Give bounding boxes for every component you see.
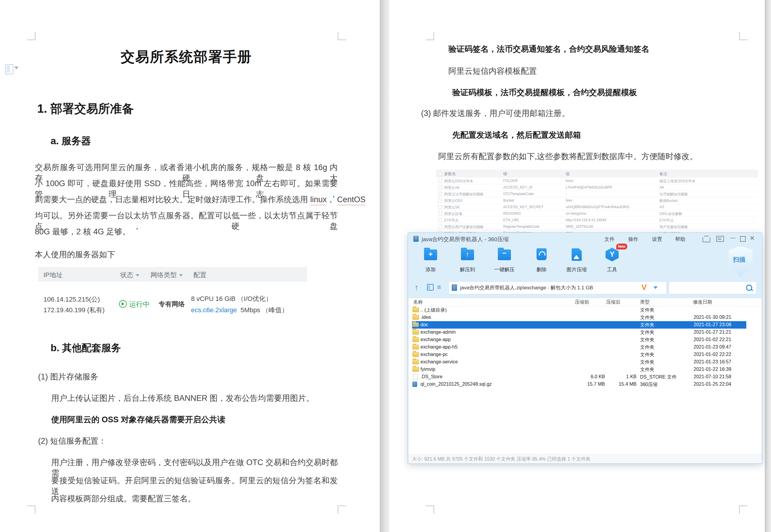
menu-action[interactable]: 操作 [628, 236, 638, 243]
param-key: FOLDER [503, 179, 518, 183]
file-row[interactable]: exchange-service文件夹2021-01-23 16:57 [409, 358, 761, 366]
list-item: (3) 邮件发送服务，用户可使用邮箱注册。 [421, 108, 570, 119]
address-dropdown-icon[interactable] [654, 286, 658, 289]
server-col-ip: IP地址 [43, 271, 63, 280]
list-item: (1) 图片存储服务 [38, 371, 98, 382]
address-text: java合约交易所带机器人.zip\exchange - 解包大小为 1.1 G… [460, 284, 593, 291]
address-bar[interactable]: java合约交易所带机器人.zip\exchange - 解包大小为 1.1 G… [449, 281, 667, 294]
checkbox[interactable] [438, 225, 442, 229]
param-key: ACCESS_KEY_SECRET [503, 205, 543, 209]
param-row[interactable]: ETH节点ETH_URLhttp://154.218.6.51:18545ETH… [436, 217, 758, 224]
menu-file[interactable]: 文件 [604, 236, 615, 243]
param-key: Bucket [503, 198, 514, 203]
param-col-value: 值 [566, 171, 570, 177]
instance-type-link[interactable]: ecs.c6e.2xlarge [191, 306, 237, 314]
close-button[interactable]: ✕ [750, 235, 755, 242]
file-type: 文件夹 [640, 337, 654, 343]
crop-mark [739, 32, 748, 40]
param-row[interactable]: 阿里云SKACCESS_KEY_SECRETvAAQBBGbBdGoGyP7Fw… [436, 204, 758, 211]
file-row[interactable]: exchange-app-h5文件夹2021-01-23 09:47 [409, 343, 761, 351]
server-col-status[interactable]: 状态 [120, 271, 139, 280]
checkbox[interactable] [438, 205, 442, 209]
param-note: 法币提醒短信模板 [659, 192, 688, 197]
scan-label: 扫描 [733, 255, 745, 264]
checkbox[interactable] [438, 192, 442, 196]
file-row[interactable]: exchange-app文件夹2021-01-02 22:21 [409, 336, 761, 343]
paragraph-handle-arrow-icon[interactable] [14, 67, 18, 69]
folder-icon [413, 352, 419, 357]
paragraph-bold: 验证码模板，法币交易提醒模板，合约交易提醒模板 [452, 87, 637, 98]
file-date: 2021-01-23 16:57 [694, 359, 731, 365]
param-note: 指定上传至OSS文件夹 [659, 179, 695, 184]
param-key: REGIONID [503, 211, 521, 216]
param-note: 数据Bucket [659, 198, 678, 203]
paragraph-text: ， [327, 195, 337, 204]
param-note: OSS,短信参数 [659, 211, 682, 216]
file-row[interactable]: exchange-admin文件夹2021-01-27 21:21 [409, 329, 761, 336]
file-name: .. (上级目录) [421, 307, 447, 313]
skin-icon[interactable] [703, 236, 710, 242]
param-row[interactable]: 阿里云用户注册短信模板RegisterTemplateCodeSMS_18379… [436, 223, 758, 230]
param-row[interactable]: 阿里云注册短信签名RegisterSignName快说注册短信签名 [436, 230, 758, 233]
running-icon [119, 300, 127, 308]
param-name: 阿里云用户注册短信模板 [444, 225, 484, 230]
feedback-icon[interactable] [716, 236, 724, 242]
file-row[interactable]: fyimvip文件夹2021-01-22 16:39 [409, 366, 761, 373]
param-table-header: 参数名 键 值 备注 [436, 170, 758, 178]
recycle-glyph [539, 251, 546, 258]
checkbox[interactable] [438, 172, 442, 176]
file-row[interactable]: exchange-pc文件夹2021-01-02 22:22 [409, 351, 761, 358]
list-item: (2) 短信服务配置： [38, 436, 106, 446]
col-date[interactable]: 修改日期 [693, 299, 712, 305]
file-row[interactable]: ql_coin_20210125_205248.sql.gz15.7 MB15.… [409, 381, 761, 388]
param-row[interactable]: 阿里云区域REGIONIDcn-hangzhouOSS,短信参数 [436, 210, 758, 217]
file-row[interactable]: .. (上级目录)文件夹 [409, 306, 761, 314]
col-type[interactable]: 类型 [640, 299, 650, 305]
checkbox[interactable] [438, 179, 442, 183]
menu-settings[interactable]: 设置 [652, 236, 662, 243]
search-icon[interactable] [746, 285, 752, 291]
minimize-button[interactable]: — [730, 235, 735, 241]
mountain-glyph [573, 255, 579, 259]
col-after[interactable]: 压缩后 [606, 299, 620, 305]
tool-label: 图片压缩 [560, 266, 593, 273]
file-name: exchange-admin [421, 329, 456, 335]
file-name: doc [421, 322, 428, 327]
menu-help[interactable]: 帮助 [675, 236, 685, 243]
server-config-line2: ecs.c6e.2xlarge 5Mbps （峰值） [191, 306, 288, 315]
param-name: ETH节点 [444, 218, 459, 223]
zip-app-icon [413, 236, 419, 242]
checkbox[interactable] [438, 199, 442, 203]
col-name[interactable]: 名称 [413, 299, 423, 305]
server-status: 运行中 [119, 300, 150, 309]
checkbox[interactable] [438, 212, 442, 216]
crop-mark [338, 506, 346, 514]
param-row[interactable]: 阿里云OSSBucketfvex数据Bucket [436, 197, 758, 204]
file-row-selected[interactable]: doc文件夹2021-01-27 23:08 [409, 321, 761, 329]
maximize-button[interactable] [740, 236, 746, 242]
param-value: SMS_183791148 [566, 225, 593, 229]
filter-caret-icon [179, 274, 183, 277]
param-row[interactable]: 阿里云法币提醒短信模板OTCTemplateCode-法币提醒短信模板 [436, 191, 758, 197]
param-col-name: 参数名 [444, 171, 456, 177]
checkbox[interactable] [438, 218, 442, 222]
param-row[interactable]: 阿里云AKACCESS_KEY_IDLTAI4FhhjDAFtktG6JsGJb… [436, 184, 758, 191]
crop-mark [426, 32, 434, 40]
param-name: 阿里云AK [444, 185, 460, 190]
file-row[interactable]: .idea文件夹2021-01-30 09:21 [409, 314, 761, 321]
col-before[interactable]: 压缩前 [575, 299, 589, 305]
search-input[interactable] [669, 281, 757, 294]
checkbox[interactable] [438, 186, 442, 189]
filter-caret-icon [136, 274, 139, 277]
list-view-icon[interactable]: ≡ [437, 283, 441, 291]
param-col-note: 备注 [659, 171, 667, 177]
up-icon[interactable]: ↑ [415, 283, 419, 292]
param-value: fvex [566, 198, 572, 203]
param-row[interactable]: 阿里云OSS文件夹FOLDERfvex/指定上传至OSS文件夹 [436, 178, 758, 184]
paragraph-handle-icon[interactable] [5, 64, 13, 74]
grid-view-icon[interactable] [427, 284, 434, 291]
server-col-network[interactable]: 网络类型 [151, 271, 183, 280]
size-after: 1 KB [604, 374, 637, 379]
param-name: 阿里云OSS文件夹 [444, 179, 473, 184]
file-row[interactable]: .DS_Store6.0 KB1 KBDS_STORE 文件2021-07-10… [409, 373, 761, 381]
